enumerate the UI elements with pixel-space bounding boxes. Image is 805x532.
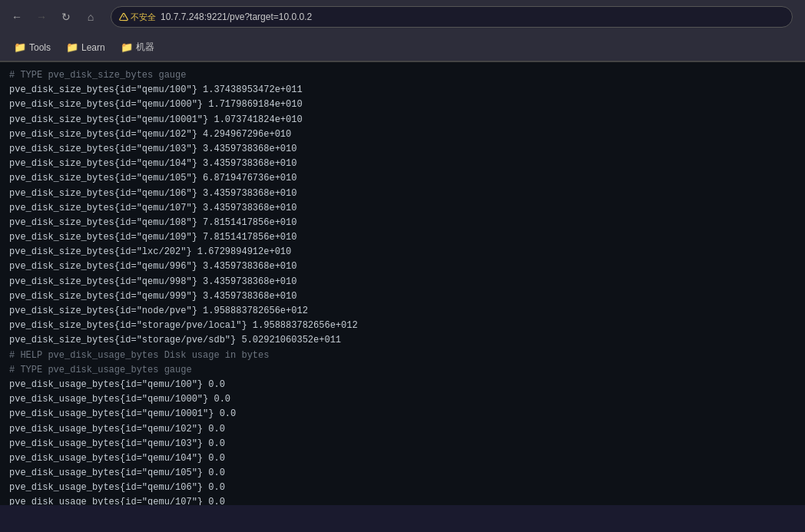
content-line: pve_disk_size_bytes{id="qemu/999"} 3.435…: [9, 289, 796, 304]
folder-icon-learn: 📁: [66, 41, 78, 53]
nav-bar: ← → ↻ ⌂ 不安全 10.7.7.248:9221/pve?target=1…: [0, 0, 805, 34]
folder-icon-machines: 📁: [121, 41, 133, 53]
content-line: pve_disk_size_bytes{id="qemu/102"} 4.294…: [9, 127, 796, 142]
bookmark-learn[interactable]: 📁 Learn: [60, 38, 111, 56]
content-line: pve_disk_usage_bytes{id="qemu/104"} 0.0: [9, 451, 796, 466]
content-line: pve_disk_usage_bytes{id="qemu/107"} 0.0: [9, 495, 796, 505]
content-line: pve_disk_size_bytes{id="storage/pve/loca…: [9, 319, 796, 333]
content-line: pve_disk_usage_bytes{id="qemu/102"} 0.0: [9, 422, 796, 437]
content-line: pve_disk_usage_bytes{id="qemu/1000"} 0.0: [9, 392, 796, 407]
content-line: pve_disk_usage_bytes{id="qemu/103"} 0.0: [9, 437, 796, 451]
bookmark-machines[interactable]: 📁 机器: [114, 38, 161, 57]
content-line: pve_disk_size_bytes{id="storage/pve/sdb"…: [9, 333, 796, 348]
folder-icon-tools: 📁: [14, 41, 26, 53]
content-line: # HELP pve_disk_usage_bytes Disk usage i…: [9, 349, 796, 363]
content-line: pve_disk_size_bytes{id="qemu/104"} 3.435…: [9, 157, 796, 171]
content-line: pve_disk_size_bytes{id="node/pve"} 1.958…: [9, 304, 796, 319]
forward-button[interactable]: →: [31, 6, 52, 28]
content-line: pve_disk_size_bytes{id="qemu/106"} 3.435…: [9, 187, 796, 201]
reload-button[interactable]: ↻: [55, 6, 77, 28]
content-line: pve_disk_size_bytes{id="qemu/996"} 3.435…: [9, 259, 796, 274]
content-line: pve_disk_usage_bytes{id="qemu/105"} 0.0: [9, 466, 796, 481]
bookmark-learn-label: Learn: [81, 42, 105, 53]
bookmarks-bar: 📁 Tools 📁 Learn 📁 机器: [0, 34, 805, 61]
bookmark-machines-label: 机器: [136, 41, 154, 54]
content-line: pve_disk_size_bytes{id="qemu/105"} 6.871…: [9, 171, 796, 186]
content-line: pve_disk_size_bytes{id="qemu/107"} 3.435…: [9, 201, 796, 216]
content-line: pve_disk_size_bytes{id="qemu/109"} 7.815…: [9, 230, 796, 245]
page-content[interactable]: # TYPE pve_disk_size_bytes gaugepve_disk…: [0, 62, 805, 505]
bookmark-tools[interactable]: 📁 Tools: [8, 38, 57, 56]
address-bar[interactable]: 不安全 10.7.7.248:9221/pve?target=10.0.0.2: [111, 6, 793, 28]
content-line: # TYPE pve_disk_size_bytes gauge: [9, 68, 796, 83]
content-line: pve_disk_usage_bytes{id="qemu/100"} 0.0: [9, 378, 796, 392]
content-line: # TYPE pve_disk_usage_bytes gauge: [9, 363, 796, 378]
content-line: pve_disk_size_bytes{id="qemu/108"} 7.815…: [9, 216, 796, 230]
content-line: pve_disk_usage_bytes{id="qemu/106"} 0.0: [9, 481, 796, 495]
content-line: pve_disk_usage_bytes{id="qemu/10001"} 0.…: [9, 407, 796, 421]
browser-chrome: ← → ↻ ⌂ 不安全 10.7.7.248:9221/pve?target=1…: [0, 0, 805, 62]
content-line: pve_disk_size_bytes{id="lxc/202"} 1.6729…: [9, 245, 796, 259]
home-button[interactable]: ⌂: [80, 6, 101, 28]
back-button[interactable]: ←: [6, 6, 28, 28]
security-warning: 不安全: [119, 12, 156, 23]
content-line: pve_disk_size_bytes{id="qemu/103"} 3.435…: [9, 142, 796, 157]
bookmark-tools-label: Tools: [29, 42, 51, 53]
url-text: 10.7.7.248:9221/pve?target=10.0.0.2: [161, 12, 312, 22]
content-line: pve_disk_size_bytes{id="qemu/10001"} 1.0…: [9, 113, 796, 127]
content-line: pve_disk_size_bytes{id="qemu/998"} 3.435…: [9, 275, 796, 289]
content-line: pve_disk_size_bytes{id="qemu/100"} 1.374…: [9, 83, 796, 97]
content-line: pve_disk_size_bytes{id="qemu/1000"} 1.71…: [9, 97, 796, 112]
security-label: 不安全: [131, 12, 156, 23]
